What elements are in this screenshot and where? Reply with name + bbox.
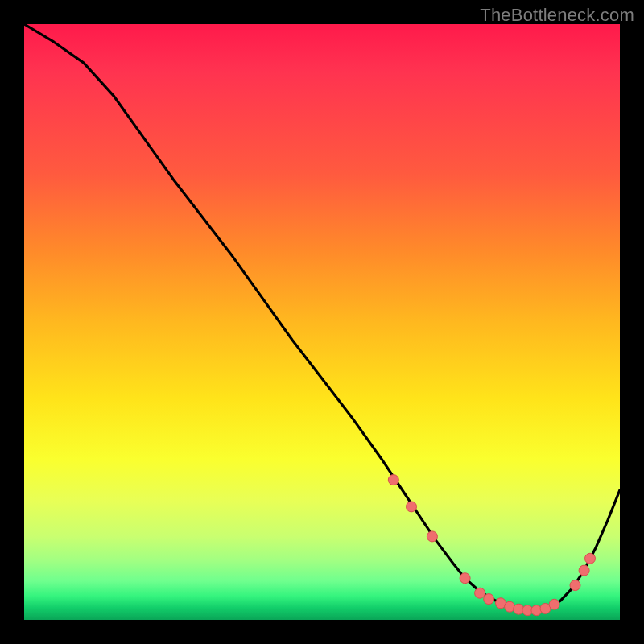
curve-marker xyxy=(407,502,417,512)
curve-marker xyxy=(570,580,580,591)
chart-frame: TheBottleneck.com xyxy=(0,0,644,644)
bottleneck-curve xyxy=(24,24,620,610)
curve-marker xyxy=(427,531,437,542)
watermark-text: TheBottleneck.com xyxy=(480,5,634,26)
curve-marker xyxy=(388,475,398,485)
curve-markers xyxy=(388,475,595,616)
curve-marker xyxy=(585,553,596,564)
curve-marker xyxy=(549,599,559,609)
curve-marker xyxy=(460,573,470,584)
curve-marker xyxy=(484,594,494,605)
plot-area xyxy=(24,24,620,620)
curve-marker xyxy=(475,588,485,598)
curve-svg xyxy=(24,24,620,620)
curve-marker xyxy=(579,565,589,576)
